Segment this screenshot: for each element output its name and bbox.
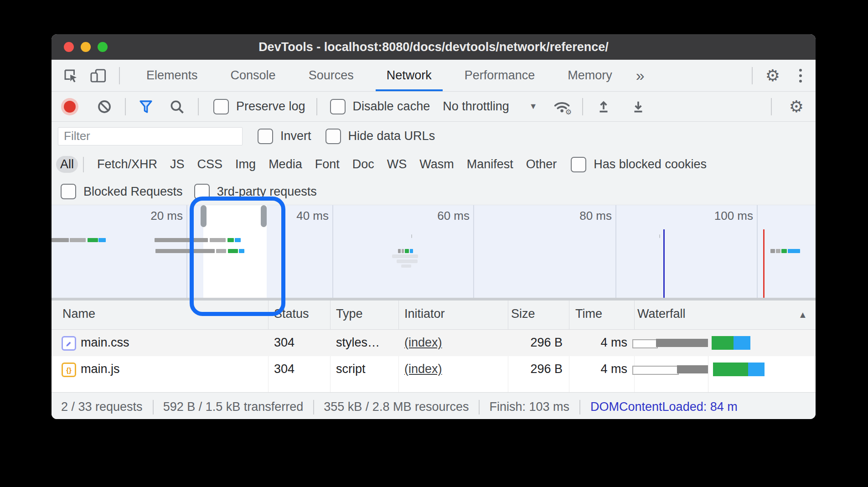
column-divider[interactable]: [569, 300, 569, 329]
hide-data-urls-label[interactable]: Hide data URLs: [348, 129, 435, 143]
title-bar: DevTools - localhost:8080/docs/devtools/…: [52, 34, 816, 60]
timeline-gridline: [473, 205, 474, 298]
type-filter-js[interactable]: JS: [170, 157, 185, 171]
invert-checkbox[interactable]: [258, 129, 273, 144]
settings-gear-icon[interactable]: ⚙: [765, 67, 780, 84]
column-header-waterfall[interactable]: Waterfall: [637, 307, 686, 321]
load-marker: [763, 229, 765, 298]
clear-network-log-icon[interactable]: [97, 99, 112, 114]
network-settings-gear-icon[interactable]: ⚙: [789, 98, 804, 115]
third-party-requests-label[interactable]: 3rd-party requests: [217, 185, 317, 199]
blocked-requests-checkbox[interactable]: [61, 184, 76, 199]
network-conditions-icon[interactable]: ⚙: [553, 98, 573, 115]
disable-cache-label[interactable]: Disable cache: [353, 99, 430, 114]
cell-initiator[interactable]: (index): [404, 336, 442, 350]
tab-network[interactable]: Network: [373, 60, 445, 91]
timeline-request-bar: [210, 238, 226, 242]
selection-left-handle[interactable]: [201, 205, 207, 227]
request-row-main.css[interactable]: main.css304styles…(index)296 B4 ms: [52, 330, 816, 356]
type-filter-media[interactable]: Media: [269, 157, 302, 171]
tab-performance[interactable]: Performance: [451, 60, 549, 91]
inspect-element-icon[interactable]: [62, 67, 79, 84]
has-blocked-cookies-label[interactable]: Has blocked cookies: [594, 157, 707, 171]
column-header-size[interactable]: Size: [511, 307, 535, 321]
column-header-initiator[interactable]: Initiator: [404, 307, 445, 321]
invert-label[interactable]: Invert: [280, 129, 311, 143]
timeline-request-bar: [405, 249, 409, 253]
timeline-request-bar: [776, 249, 780, 253]
timeline-request-bar: [235, 238, 241, 242]
status-summary-item: 355 kB / 2.8 MB resources: [324, 400, 469, 414]
column-header-status[interactable]: Status: [274, 307, 309, 321]
column-header-name[interactable]: Name: [62, 307, 95, 321]
chevron-down-icon: ▼: [529, 102, 537, 111]
filter-icon[interactable]: [138, 98, 154, 115]
timeline-request-bar: [70, 238, 86, 242]
requests-table-header: NameStatusTypeInitiatorSizeTimeWaterfall…: [52, 300, 816, 330]
column-divider[interactable]: [330, 300, 331, 329]
tab-sources[interactable]: Sources: [295, 60, 367, 91]
filter-bar: Invert Hide data URLs: [52, 122, 816, 150]
column-divider[interactable]: [398, 300, 399, 329]
timeline-tick-label: 40 ms: [260, 209, 329, 223]
type-filter-ws[interactable]: WS: [387, 157, 407, 171]
selection-right-handle[interactable]: [261, 205, 267, 227]
divider: [198, 98, 199, 115]
column-header-time[interactable]: Time: [575, 307, 602, 321]
export-har-icon[interactable]: [630, 98, 646, 115]
script-file-icon: {}: [62, 363, 76, 377]
customize-menu-icon[interactable]: [799, 69, 802, 83]
column-divider[interactable]: [634, 300, 635, 329]
zoom-window-button[interactable]: [98, 42, 108, 52]
cell-type: styles…: [336, 336, 380, 350]
column-divider[interactable]: [508, 300, 508, 329]
record-network-log-button[interactable]: [64, 101, 76, 113]
tab-elements[interactable]: Elements: [133, 60, 212, 91]
network-overview-timeline[interactable]: 20 ms40 ms60 ms80 ms100 ms: [52, 205, 816, 298]
column-header-type[interactable]: Type: [336, 307, 363, 321]
cell-size: 296 B: [508, 336, 563, 350]
tab-memory[interactable]: Memory: [554, 60, 626, 91]
request-type-filters: All Fetch/XHRJSCSSImgMediaFontDocWSWasmM…: [52, 150, 816, 178]
timeline-request-bar: [98, 238, 106, 242]
divider: [579, 400, 580, 414]
close-window-button[interactable]: [64, 42, 74, 52]
sort-direction-icon[interactable]: ▲: [798, 310, 807, 320]
hide-data-urls-checkbox[interactable]: [326, 129, 341, 144]
domcontentloaded-marker: [663, 229, 665, 298]
type-filter-all[interactable]: All: [56, 156, 78, 173]
waterfall-light-segment: [632, 366, 679, 375]
has-blocked-cookies-checkbox[interactable]: [571, 157, 586, 172]
waterfall-blue-segment: [748, 363, 765, 376]
filter-input[interactable]: [58, 127, 243, 145]
column-divider[interactable]: [268, 300, 269, 329]
divider: [153, 400, 154, 414]
devtools-tab-bar: ElementsConsoleSourcesNetworkPerformance…: [52, 60, 816, 92]
type-filter-img[interactable]: Img: [235, 157, 256, 171]
type-filter-fetch-xhr[interactable]: Fetch/XHR: [97, 157, 157, 171]
tab-console[interactable]: Console: [217, 60, 289, 91]
cell-size: 296 B: [508, 362, 563, 376]
type-filter-css[interactable]: CSS: [197, 157, 223, 171]
type-filter-wasm[interactable]: Wasm: [419, 157, 454, 171]
more-tabs-button[interactable]: »: [632, 67, 648, 84]
search-icon[interactable]: [169, 98, 185, 115]
device-toolbar-icon[interactable]: [90, 67, 107, 84]
minimize-window-button[interactable]: [81, 42, 91, 52]
cell-initiator[interactable]: (index): [404, 362, 442, 376]
throttling-select[interactable]: No throttling ▼: [443, 99, 537, 114]
type-filter-other[interactable]: Other: [526, 157, 557, 171]
type-filter-manifest[interactable]: Manifest: [467, 157, 513, 171]
type-filter-doc[interactable]: Doc: [352, 157, 374, 171]
third-party-requests-checkbox[interactable]: [194, 184, 210, 199]
timeline-request-bar: [216, 249, 226, 253]
request-row-main.js[interactable]: {}main.js304script(index)296 B4 ms: [52, 356, 816, 383]
window-title: DevTools - localhost:8080/docs/devtools/…: [258, 40, 609, 54]
disable-cache-checkbox[interactable]: [330, 99, 346, 114]
preserve-log-checkbox[interactable]: [213, 99, 229, 114]
import-har-icon[interactable]: [596, 98, 611, 115]
blocked-requests-label[interactable]: Blocked Requests: [83, 185, 183, 199]
type-filter-font[interactable]: Font: [315, 157, 340, 171]
traffic-lights: [64, 42, 108, 52]
preserve-log-label[interactable]: Preserve log: [236, 99, 305, 114]
